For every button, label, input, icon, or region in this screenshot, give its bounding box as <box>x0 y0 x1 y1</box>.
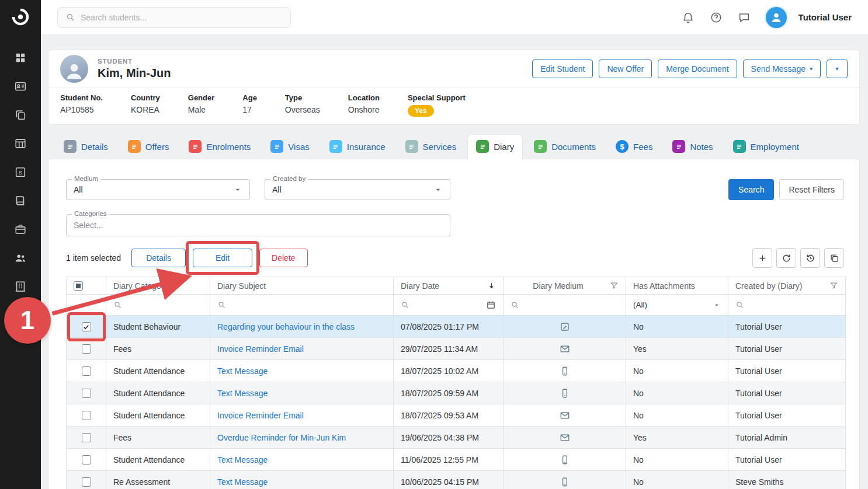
person-icon <box>769 11 783 25</box>
export-button[interactable] <box>824 248 844 268</box>
filter-funnel-icon[interactable] <box>829 281 838 290</box>
created-by-filter-cell[interactable] <box>728 295 846 316</box>
diary-subject-link[interactable]: Text Message <box>217 455 268 464</box>
add-button[interactable] <box>752 248 772 268</box>
column-header-medium[interactable]: Diary Medium <box>504 277 626 295</box>
filter-funnel-icon[interactable] <box>610 281 619 290</box>
row-checkbox[interactable] <box>82 389 91 398</box>
row-checkbox[interactable] <box>82 477 91 487</box>
diary-row-3[interactable]: Student AttendanceText Message18/07/2025… <box>67 360 846 382</box>
search-button[interactable]: Search <box>728 179 774 200</box>
tab-offers[interactable]: Offers <box>119 134 178 159</box>
diary-subject-link[interactable]: Text Message <box>217 389 268 398</box>
search-icon <box>217 301 226 309</box>
help-icon[interactable] <box>710 11 723 24</box>
diary-subject-link[interactable]: Overdue Reminder for Min-Jun Kim <box>217 433 346 442</box>
history-button[interactable] <box>800 248 820 268</box>
column-header-subject[interactable]: Diary Subject <box>210 277 394 295</box>
column-label: Has Attachments <box>633 281 695 291</box>
row-checkbox[interactable] <box>82 411 91 420</box>
row-checkbox[interactable] <box>82 366 91 376</box>
tab-visas[interactable]: Visas <box>262 134 318 159</box>
subjects-icon[interactable]: S <box>14 166 27 179</box>
grid-toolbar <box>752 248 844 268</box>
diary-subject-link[interactable]: Invoice Reminder Email <box>217 411 304 420</box>
tab-fees[interactable]: $Fees <box>607 134 661 159</box>
student-search[interactable] <box>57 7 291 28</box>
people-icon[interactable] <box>14 252 27 264</box>
column-header-attachments[interactable]: Has Attachments <box>626 277 728 295</box>
send-message-button[interactable]: Send Message▾ <box>743 60 821 78</box>
search-icon <box>113 301 122 309</box>
student-tabs: DetailsOffersEnrolmentsVisasInsuranceSer… <box>55 134 860 159</box>
diary-subject-link[interactable]: Text Message <box>217 366 268 376</box>
tab-diary[interactable]: Diary <box>467 134 523 159</box>
notifications-icon[interactable] <box>682 11 695 24</box>
app-logo[interactable] <box>0 0 41 34</box>
new-offer-button[interactable]: New Offer <box>599 60 652 78</box>
diary-date-cell: 18/07/2025 10:02 AM <box>394 360 504 382</box>
merge-document-button[interactable]: Merge Document <box>658 60 737 78</box>
delete-button[interactable]: Delete <box>259 249 307 267</box>
diary-subject-link[interactable]: Regarding your behaviour in the class <box>217 322 355 331</box>
column-label: Diary Date <box>401 281 439 291</box>
subject-filter-cell[interactable] <box>210 295 394 316</box>
notes-tab-icon <box>672 140 685 153</box>
tab-documents[interactable]: Documents <box>525 134 605 159</box>
medium-value: All <box>74 185 83 194</box>
documents-icon[interactable] <box>14 109 27 121</box>
user-avatar[interactable] <box>766 7 787 28</box>
diary-row-7[interactable]: Student AttendanceText Message11/06/2025… <box>67 449 846 471</box>
table-icon[interactable] <box>14 137 27 150</box>
refresh-button[interactable] <box>776 248 796 268</box>
column-header-date[interactable]: Diary Date <box>394 277 504 295</box>
reset-filters-button[interactable]: Reset Filters <box>779 179 844 200</box>
diary-row-1[interactable]: Student BehaviourRegarding your behaviou… <box>67 316 846 338</box>
diary-subject-link[interactable]: Text Message <box>217 477 268 487</box>
tab-services[interactable]: Services <box>397 134 466 159</box>
tab-insurance[interactable]: Insurance <box>321 134 394 159</box>
contacts-icon[interactable] <box>14 80 27 93</box>
column-header-category[interactable]: Diary Category <box>106 277 210 295</box>
tab-enrolments[interactable]: Enrolments <box>180 134 259 159</box>
calendar-icon[interactable] <box>486 300 496 310</box>
diary-row-4[interactable]: Student AttendanceText Message18/07/2025… <box>67 382 846 404</box>
tab-notes[interactable]: Notes <box>664 134 721 159</box>
diary-row-6[interactable]: FeesOverdue Reminder for Min-Jun Kim19/0… <box>67 427 846 449</box>
info-country: CountryKOREA <box>131 93 160 117</box>
messages-icon[interactable] <box>738 11 751 24</box>
created-by-select[interactable]: Created by All <box>265 179 450 200</box>
attachments-filter-cell[interactable]: (All) <box>626 295 728 316</box>
medium-filter-cell[interactable] <box>504 295 626 316</box>
dashboard-icon[interactable] <box>14 51 27 64</box>
info-age: Age17 <box>242 93 257 117</box>
diary-row-8[interactable]: Re AssessmentText Message10/06/2025 04:1… <box>67 471 846 489</box>
edit-student-button[interactable]: Edit Student <box>532 60 593 78</box>
row-checkbox[interactable] <box>82 344 91 354</box>
info-location: LocationOnshore <box>348 93 380 117</box>
categories-select[interactable]: Categories Select... <box>66 214 450 236</box>
row-checkbox[interactable] <box>82 433 91 442</box>
row-checkbox[interactable] <box>82 322 91 331</box>
diary-row-5[interactable]: Student AttendanceInvoice Reminder Email… <box>67 404 846 427</box>
building-icon[interactable] <box>14 280 27 293</box>
tab-employment[interactable]: Employment <box>724 134 808 159</box>
search-input[interactable] <box>81 13 283 22</box>
select-all-checkbox[interactable] <box>74 281 83 291</box>
diary-subject-link[interactable]: Invoice Reminder Email <box>217 344 304 354</box>
tab-details[interactable]: Details <box>55 134 117 159</box>
book-icon[interactable] <box>14 194 27 207</box>
has-attachments-cell: No <box>626 382 728 404</box>
date-filter-cell[interactable] <box>394 295 504 316</box>
row-checkbox[interactable] <box>82 455 91 464</box>
more-actions-button[interactable]: ▾ <box>827 60 848 78</box>
briefcase-icon[interactable] <box>14 223 27 236</box>
category-filter-cell[interactable] <box>106 295 210 316</box>
column-header-created-by[interactable]: Created by (Diary) <box>728 277 846 295</box>
edit-button[interactable]: Edit <box>193 249 252 267</box>
diary-row-2[interactable]: FeesInvoice Reminder Email29/07/2025 11:… <box>67 338 846 360</box>
medium-select[interactable]: Medium All <box>66 179 250 200</box>
sort-descending-icon[interactable] <box>487 281 496 290</box>
details-button[interactable]: Details <box>131 249 186 267</box>
envelope-icon <box>560 432 570 443</box>
